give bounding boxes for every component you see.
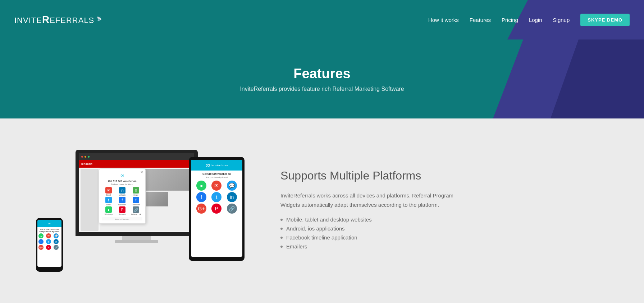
tablet-popup-subtitle: first purchase by friend xyxy=(193,176,240,178)
popup-twitter-icon: t xyxy=(105,197,112,203)
popup-share-icons: ✉ Email in Linkedin ⬆ Share xyxy=(102,187,142,215)
tablet-twitter-icon: t xyxy=(211,192,221,202)
phone-twitter-icon: t xyxy=(46,239,51,244)
popup-stats: Referral Statistics xyxy=(102,217,142,220)
phone-linkedin-icon: in xyxy=(54,239,59,244)
tablet-device: ∞ lenskart.com Get $10 Gift voucher on f… xyxy=(189,157,245,261)
popup-link-icon: 🔗 xyxy=(133,206,139,213)
phone-icons-grid: ● ✉ 💬 f t in G+ P 🔗 xyxy=(38,233,60,250)
popup-email-icon: ✉ xyxy=(105,187,112,194)
nav-signup[interactable]: Signup xyxy=(553,17,570,23)
logo[interactable]: INVITEREFERRALS 📡 xyxy=(14,14,102,25)
phone-google-icon: G+ xyxy=(38,245,44,250)
hero-subtitle: InviteReferrals provides feature rich Re… xyxy=(240,86,404,92)
hero-section: Features InviteReferrals provides featur… xyxy=(0,39,644,118)
tablet-gmail-icon: ✉ xyxy=(211,181,221,191)
phone-gmail-icon: ✉ xyxy=(46,233,51,238)
tablet-sms-icon: 💬 xyxy=(227,181,237,191)
popup-fb2-icon: f xyxy=(133,197,139,203)
tablet-popup-title: Get $10 Gift voucher on xyxy=(193,173,240,175)
popup-pinterest-icon: P xyxy=(119,206,125,213)
phone-facebook-icon: f xyxy=(38,239,44,244)
referral-popup-widget: ✕ ∞ Get $10 Gift voucher on first purcha… xyxy=(99,169,146,224)
bullet-icon xyxy=(280,219,283,221)
bullet-icon xyxy=(280,246,283,248)
bullet-icon xyxy=(280,237,283,239)
popup-subtitle: first purchase by friend xyxy=(102,183,142,185)
phone-logo-icon: ∞ xyxy=(48,222,50,225)
main-nav: How it works Features Pricing Login Sign… xyxy=(428,14,630,26)
nav-login[interactable]: Login xyxy=(529,17,542,23)
hero-title: Features xyxy=(293,66,350,81)
skype-demo-button[interactable]: SKYPE DEMO xyxy=(580,14,630,26)
platforms-section: ∞ Get $10.00 coupon onfirst purchase by … xyxy=(0,118,644,303)
devices-illustration: ∞ Get $10.00 coupon onfirst purchase by … xyxy=(29,143,245,279)
nav-how-it-works[interactable]: How it works xyxy=(428,17,459,23)
popup-linkedin-icon: in xyxy=(119,187,125,194)
bullet-icon xyxy=(280,228,283,230)
tablet-pinterest-icon: P xyxy=(211,204,221,214)
phone-text: Get $10.00 coupon onfirst purchase by fr… xyxy=(38,228,60,233)
nav-pricing[interactable]: Pricing xyxy=(502,17,518,23)
popup-close-icon: ✕ xyxy=(140,170,143,174)
tablet-brand-text: lenskart.com xyxy=(211,164,228,167)
phone-link-icon: 🔗 xyxy=(54,245,59,250)
popup-whatsapp-icon: ● xyxy=(105,206,112,213)
popup-logo-icon: ∞ xyxy=(120,172,124,178)
phone-whatsapp-icon: ● xyxy=(38,233,44,238)
monitor-page-top-bar: lenskart xyxy=(79,160,194,168)
tablet-share-icons: ● ✉ 💬 f t in G+ P 🔗 xyxy=(193,181,240,214)
tablet-logo-icon: ∞ xyxy=(205,162,210,169)
platforms-text-content: Supports Multiple Platforms InviteReferr… xyxy=(266,169,615,252)
tablet-google-icon: G+ xyxy=(196,204,206,214)
logo-text: INVITEREFERRALS 📡 xyxy=(14,14,102,25)
platforms-description: InviteReferrals works across all devices… xyxy=(280,191,460,209)
phone-pinterest-icon: P xyxy=(46,245,51,250)
phone-sms-icon: 💬 xyxy=(54,233,59,238)
feature-item-emailers: Emailers xyxy=(280,243,615,250)
tablet-link-icon: 🔗 xyxy=(227,204,237,214)
feature-item-facebook: Facebook timeline application xyxy=(280,234,615,241)
feature-item-mobile: Mobile, tablet and desktop websites xyxy=(280,216,615,223)
tablet-facebook-icon: f xyxy=(196,192,206,202)
popup-facebook-icon: f xyxy=(119,197,125,203)
tablet-whatsapp-icon: ● xyxy=(196,181,206,191)
desktop-monitor: lenskart xyxy=(76,150,198,243)
popup-share-icon: ⬆ xyxy=(133,187,139,194)
popup-title: Get $10 Gift voucher on xyxy=(102,180,142,182)
platforms-feature-list: Mobile, tablet and desktop websites Andr… xyxy=(280,216,615,250)
feature-item-android: Android, ios applications xyxy=(280,225,615,232)
platforms-title: Supports Multiple Platforms xyxy=(280,169,615,182)
nav-features[interactable]: Features xyxy=(470,17,491,23)
phone-device: ∞ Get $10.00 coupon onfirst purchase by … xyxy=(36,218,63,272)
tablet-linkedin-icon: in xyxy=(227,192,237,202)
header: INVITEREFERRALS 📡 How it works Features … xyxy=(0,0,644,39)
